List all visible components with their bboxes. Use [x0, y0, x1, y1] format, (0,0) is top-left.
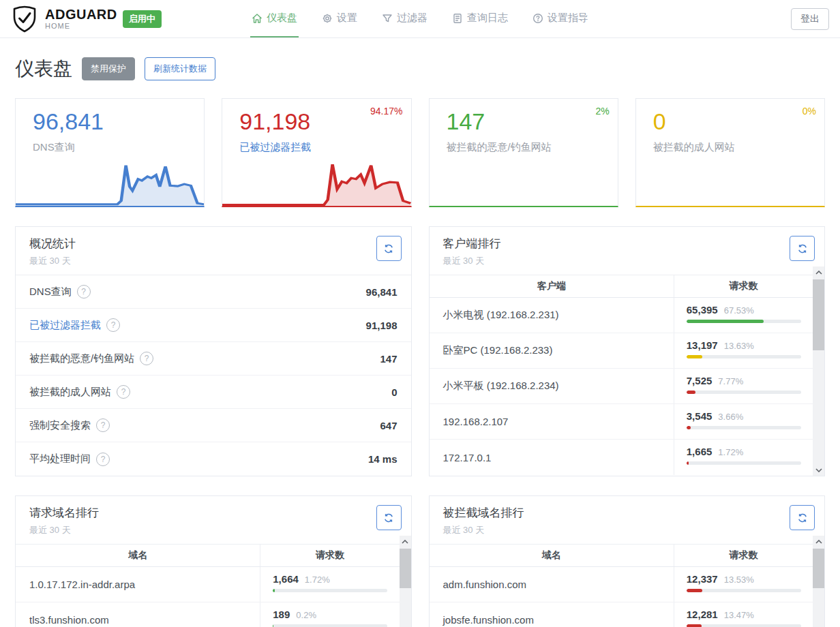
- card-label: 被拦截的成人网站: [653, 141, 735, 154]
- log-icon: [452, 13, 463, 24]
- card-percent: 2%: [596, 106, 610, 117]
- vertical-scrollbar[interactable]: [400, 536, 411, 627]
- refresh-icon: [383, 243, 394, 254]
- card-value: 147: [447, 108, 485, 135]
- disable-protection-button[interactable]: 禁用保护: [82, 57, 135, 80]
- top-blocked-domains-panel: 被拦截域名排行 最近 30 天 域名 请求数 adm.funshion.com: [429, 495, 826, 627]
- main-nav: 仪表盘 设置 过滤器 查询日志: [250, 0, 590, 37]
- card-blocked-adult[interactable]: 0% 0 被拦截的成人网站: [635, 98, 825, 207]
- logout-button[interactable]: 登出: [791, 8, 829, 30]
- scrollbar-thumb[interactable]: [400, 549, 411, 588]
- card-value: 0: [653, 108, 666, 135]
- scroll-up-button[interactable]: [400, 536, 411, 547]
- table-row[interactable]: 小米电视 (192.168.2.231) 65,39567.53%: [430, 298, 825, 333]
- overview-label: 平均处理时间: [29, 453, 91, 465]
- help-circle-icon[interactable]: ?: [96, 418, 110, 432]
- nav-item-filters[interactable]: 过滤器: [380, 0, 429, 37]
- overview-value: 14 ms: [368, 453, 397, 465]
- nav-label: 查询日志: [467, 12, 508, 25]
- overview-value: 91,198: [366, 320, 397, 331]
- scroll-up-button[interactable]: [813, 536, 824, 547]
- app-header: ADGUARD HOME 启用中 仪表盘 设置 过滤器: [0, 0, 840, 38]
- refresh-statistics-button[interactable]: 刷新统计数据: [145, 57, 215, 80]
- progress-bar: [687, 589, 801, 592]
- panel-subtitle: 最近 30 天: [29, 524, 397, 536]
- column-header-domain: 域名: [430, 545, 674, 566]
- scroll-down-button[interactable]: [813, 464, 824, 476]
- protection-status-badge: 启用中: [123, 10, 162, 28]
- client-name: 172.17.0.1: [430, 440, 674, 475]
- overview-label-link[interactable]: 已被过滤器拦截: [29, 319, 101, 332]
- overview-value: 647: [380, 420, 397, 431]
- progress-bar: [687, 320, 801, 323]
- table-row[interactable]: adm.funshion.com 12,33713.53%: [430, 567, 825, 602]
- request-count: 189: [273, 609, 290, 620]
- refresh-icon: [797, 513, 808, 523]
- table-row[interactable]: 小米平板 (192.168.2.234) 7,5257.77%: [430, 369, 825, 404]
- request-count: 12,337: [687, 573, 718, 585]
- filter-icon: [382, 13, 393, 24]
- nav-item-query-log[interactable]: 查询日志: [451, 0, 509, 37]
- table-row[interactable]: 卧室PC (192.168.2.233) 13,19713.63%: [430, 333, 825, 369]
- scroll-up-button[interactable]: [813, 266, 824, 278]
- table-row[interactable]: tls3.funshion.com 1890.2%: [16, 602, 411, 627]
- card-percent: 94.17%: [370, 106, 402, 117]
- brand-logo: ADGUARD HOME: [11, 5, 117, 33]
- overview-row: 强制安全搜索? 647: [16, 409, 411, 442]
- nav-item-dashboard[interactable]: 仪表盘: [250, 0, 299, 37]
- nav-label: 设置指导: [548, 12, 588, 25]
- table-row[interactable]: 192.168.2.107 3,5453.66%: [430, 404, 825, 440]
- dns-queries-sparkline: [16, 153, 204, 206]
- help-circle-icon[interactable]: ?: [117, 385, 130, 399]
- refresh-panel-button[interactable]: [376, 505, 402, 530]
- overview-row: 平均处理时间? 14 ms: [16, 442, 411, 476]
- refresh-panel-button[interactable]: [790, 236, 815, 261]
- request-percent: 13.53%: [724, 575, 754, 585]
- progress-bar: [687, 624, 801, 627]
- table-row[interactable]: jobsfe.funshion.com 12,28113.47%: [430, 602, 825, 627]
- domain-name: adm.funshion.com: [430, 567, 674, 602]
- help-icon: [532, 13, 543, 24]
- scrollbar-thumb[interactable]: [813, 279, 824, 350]
- vertical-scrollbar[interactable]: [813, 536, 824, 627]
- client-name: 小米平板 (192.168.2.234): [430, 369, 674, 403]
- home-icon: [252, 13, 262, 24]
- card-blocked-malware[interactable]: 2% 147 被拦截的恶意/钓鱼网站: [429, 98, 618, 207]
- help-circle-icon[interactable]: ?: [96, 453, 110, 466]
- refresh-icon: [797, 243, 808, 254]
- overview-value: 96,841: [366, 286, 397, 298]
- card-blocked-by-filters[interactable]: 94.17% 91,198 已被过滤器拦截: [222, 98, 411, 207]
- scrollbar-thumb[interactable]: [813, 549, 824, 588]
- help-circle-icon[interactable]: ?: [140, 352, 153, 365]
- refresh-panel-button[interactable]: [376, 236, 402, 261]
- overview-label: 强制安全搜索: [29, 419, 91, 432]
- gear-icon: [322, 13, 333, 24]
- help-circle-icon[interactable]: ?: [77, 285, 91, 299]
- panel-subtitle: 最近 30 天: [29, 255, 397, 267]
- column-header-requests: 请求数: [260, 545, 410, 566]
- card-dns-queries[interactable]: 96,841 DNS查询: [15, 98, 205, 207]
- overview-row: 被拦截的成人网站? 0: [16, 376, 411, 409]
- column-header-requests: 请求数: [674, 275, 824, 297]
- refresh-panel-button[interactable]: [790, 505, 815, 530]
- nav-item-settings[interactable]: 设置: [320, 0, 359, 37]
- nav-item-setup-guide[interactable]: 设置指导: [531, 0, 590, 37]
- panel-subtitle: 最近 30 天: [443, 524, 811, 536]
- table-row[interactable]: 172.17.0.1 1,6651.72%: [430, 440, 825, 475]
- overview-row: 已被过滤器拦截? 91,198: [16, 309, 411, 342]
- request-count: 1,664: [273, 573, 299, 585]
- request-percent: 13.47%: [724, 610, 754, 620]
- vertical-scrollbar[interactable]: [813, 266, 824, 476]
- help-circle-icon[interactable]: ?: [106, 318, 120, 332]
- stat-cards: 96,841 DNS查询 94.17% 91,198 已被过滤器拦截 2% 14…: [15, 98, 825, 207]
- request-count: 13,197: [687, 339, 718, 351]
- client-name: 192.168.2.107: [430, 404, 674, 439]
- table-row[interactable]: 1.0.17.172.in-addr.arpa 1,6641.72%: [16, 567, 411, 602]
- table-header-row: 域名 请求数: [16, 545, 411, 567]
- column-header-requests: 请求数: [674, 545, 824, 566]
- top-clients-panel: 客户端排行 最近 30 天 客户端 请求数 小米电视 (192.168.2.23…: [429, 226, 826, 476]
- brand-name: ADGUARD: [45, 7, 117, 21]
- request-count: 12,281: [687, 609, 718, 620]
- table-header-row: 客户端 请求数: [430, 275, 825, 298]
- overview-label: 被拦截的恶意/钓鱼网站: [29, 352, 134, 365]
